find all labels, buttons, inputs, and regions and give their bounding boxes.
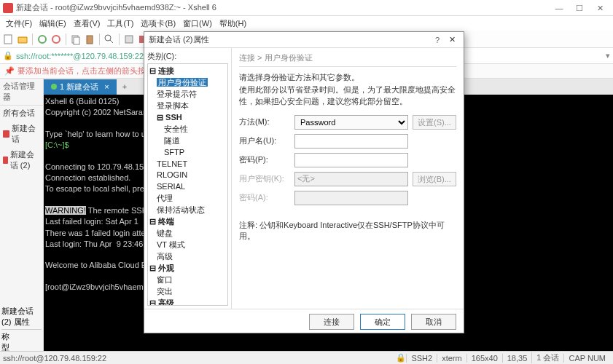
all-sessions[interactable]: 所有会话	[0, 106, 43, 121]
window-title: 新建会话 - root@iZwz9bvvjcih5vhaemd938Z:~ - …	[16, 2, 549, 13]
method-row: 方法(M): Password 设置(S)...	[239, 115, 456, 130]
tree-telnet[interactable]: TELNET	[149, 159, 226, 170]
username-row: 用户名(U):	[239, 134, 456, 149]
menu-view[interactable]: 查看(V)	[71, 17, 104, 31]
settings-panel: 连接 > 用户身份验证 请选择身份验证方法和其它参数。 使用此部分以节省登录时间…	[232, 48, 464, 309]
svg-rect-4	[74, 37, 79, 44]
svg-rect-0	[4, 35, 12, 44]
menu-file[interactable]: 文件(F)	[3, 17, 35, 31]
session-icon	[3, 157, 8, 164]
tree-ssh[interactable]: ⊟ SSH	[149, 112, 226, 124]
panel-title: 会话管理器	[0, 79, 43, 106]
tree-loginprompt[interactable]: 登录提示符	[149, 89, 226, 100]
tree-terminal[interactable]: ⊟ 终端	[149, 216, 226, 228]
tab-label: 1 新建会话	[60, 82, 98, 92]
username-input[interactable]	[294, 134, 408, 149]
props-icon[interactable]	[123, 33, 135, 45]
category-panel: 类别(C): ⊟ 连接 用户身份验证 登录提示符 登录脚本 ⊟ SSH 安全性 …	[144, 48, 232, 309]
minimize-button[interactable]: —	[549, 1, 569, 15]
lock-icon: 🔒	[3, 51, 13, 60]
menu-tools[interactable]: 工具(T)	[104, 17, 136, 31]
menu-help[interactable]: 帮助(H)	[216, 17, 249, 31]
separator	[32, 33, 33, 45]
status-pos: 18,35	[502, 354, 532, 363]
cancel-button[interactable]: 取消	[411, 314, 456, 330]
menu-tabs[interactable]: 选项卡(B)	[138, 17, 179, 31]
new-tab-button[interactable]: +	[117, 80, 133, 93]
tree-proxy[interactable]: 代理	[149, 193, 226, 205]
dialog-close-button[interactable]: ✕	[445, 35, 459, 44]
tree-appearance[interactable]: ⊟ 外观	[149, 263, 226, 274]
separator	[66, 33, 66, 45]
tree-window[interactable]: 窗口	[149, 274, 226, 286]
username-label: 用户名(U):	[239, 135, 290, 146]
session-icon	[3, 130, 9, 138]
tree-tunnel[interactable]: 隧道	[149, 135, 226, 147]
tree-keyboard[interactable]: 键盘	[149, 228, 226, 240]
svg-point-2	[52, 36, 60, 43]
svg-line-7	[110, 40, 113, 43]
session-item[interactable]: 新建会话	[0, 121, 43, 147]
new-icon[interactable]	[3, 33, 15, 45]
method-select[interactable]: Password	[294, 115, 408, 130]
menu-edit[interactable]: 编辑(E)	[36, 17, 69, 31]
tree-advanced[interactable]: ⊟ 高级	[149, 298, 226, 306]
connect-button[interactable]: 连接	[309, 314, 354, 330]
label: 新建会话 (2)	[10, 149, 40, 171]
status-protocol: SSH2	[406, 354, 437, 363]
tree-advanced1[interactable]: 高级	[149, 251, 226, 263]
status-size: 165x40	[466, 354, 502, 363]
reconnect-icon[interactable]	[36, 33, 48, 45]
tree-vtmode[interactable]: VT 模式	[149, 240, 226, 251]
status-dot-icon	[51, 84, 57, 90]
disconnect-icon[interactable]	[50, 33, 62, 45]
password-input[interactable]	[294, 153, 408, 167]
pin-icon[interactable]: 📌	[4, 66, 15, 76]
open-icon[interactable]	[17, 33, 28, 45]
note-text: 注释: 公钥和Keyboard Interactive仅在SSH/SFTP协议中…	[239, 220, 456, 242]
menu-window[interactable]: 窗口(W)	[180, 17, 215, 31]
maximize-button[interactable]: ☐	[569, 1, 590, 15]
passphrase-label: 密码(A):	[239, 192, 290, 203]
paste-icon[interactable]	[84, 33, 95, 45]
userkey-label: 用户密钥(K):	[239, 173, 290, 184]
status-sessions: 1 会话	[531, 352, 563, 363]
tree-security[interactable]: 安全性	[149, 124, 226, 135]
userkey-input	[294, 172, 408, 186]
passphrase-row: 密码(A):	[239, 191, 456, 205]
ok-button[interactable]: 确定	[360, 314, 405, 330]
copy-icon[interactable]	[70, 33, 82, 45]
tree-keepalive[interactable]: 保持活动状态	[149, 205, 226, 216]
tree-loginscript[interactable]: 登录脚本	[149, 100, 226, 112]
tree-serial[interactable]: SERIAL	[149, 181, 226, 193]
tree-rlogin[interactable]: RLOGIN	[149, 170, 226, 181]
search-icon[interactable]	[104, 33, 115, 45]
separator	[119, 33, 120, 45]
tree-highlight[interactable]: 突出	[149, 286, 226, 298]
dropdown-icon[interactable]: ▾	[606, 51, 610, 60]
tab-session[interactable]: 1 新建会话 ×	[44, 79, 117, 95]
userkey-row: 用户密钥(K): 浏览(B)...	[239, 172, 456, 186]
prop-row: 称	[1, 331, 42, 342]
properties-panel: 新建会话 (2) 属性 称 型 机 口	[0, 304, 44, 349]
svg-point-6	[105, 35, 111, 41]
tree-connect[interactable]: ⊟ 连接	[149, 66, 226, 77]
svg-rect-5	[87, 36, 93, 44]
passphrase-input	[294, 191, 408, 205]
dialog-help-button[interactable]: ?	[430, 36, 445, 44]
label: 新建会话	[12, 123, 40, 145]
session-item[interactable]: 新建会话 (2)	[0, 147, 43, 173]
svg-rect-8	[125, 36, 133, 43]
tree-sftp[interactable]: SFTP	[149, 147, 226, 159]
label: 所有会话	[3, 108, 35, 119]
status-caps: CAP NUM	[563, 354, 610, 363]
dialog-footer: 连接 确定 取消	[144, 309, 464, 333]
close-button[interactable]: ✕	[590, 1, 610, 15]
description: 请选择身份验证方法和其它参数。 使用此部分以节省登录时间。但是，为了最大限度地提…	[239, 71, 456, 108]
tab-close-icon[interactable]: ×	[104, 82, 109, 91]
breadcrumb: 连接 > 用户身份验证	[239, 52, 456, 67]
tree-auth[interactable]: 用户身份验证	[149, 77, 226, 89]
setup-button[interactable]: 设置(S)...	[413, 115, 456, 130]
category-tree[interactable]: ⊟ 连接 用户身份验证 登录提示符 登录脚本 ⊟ SSH 安全性 隧道 SFTP…	[147, 63, 228, 306]
status-term: xterm	[437, 354, 466, 363]
